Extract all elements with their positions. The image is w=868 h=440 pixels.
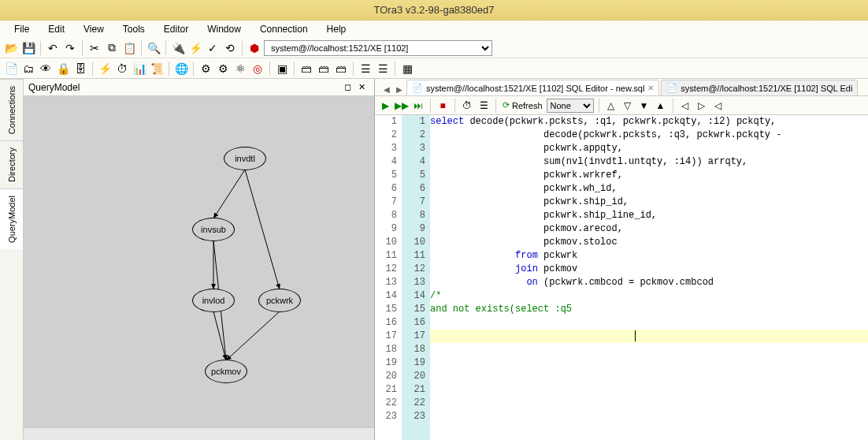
explain-icon[interactable]: ⏱ xyxy=(460,99,474,113)
connect-icon[interactable]: 🔌 xyxy=(170,40,186,56)
editor-panel: ◀ ▶ 📄system@//localhost:1521/XE [1102] S… xyxy=(375,79,868,440)
clock-icon[interactable]: ⏱ xyxy=(114,61,130,76)
nav-left-icon[interactable]: ◁ xyxy=(678,99,692,113)
tab-label: system@//localhost:1521/XE [1102] SQL Ed… xyxy=(426,84,644,93)
menu-file[interactable]: File xyxy=(6,22,37,36)
diagram-canvas[interactable]: invdtlinvsubinvlodpckwrkpckmov xyxy=(24,96,374,440)
list2-icon[interactable]: ☰ xyxy=(375,61,391,76)
line-gutter-inner: 1234567891011121314151617181920212223 xyxy=(402,115,430,440)
editor-tab-bar: ◀ ▶ 📄system@//localhost:1521/XE [1102] S… xyxy=(375,79,868,96)
node-invsub[interactable]: invsub xyxy=(192,218,235,241)
close-panel-icon[interactable]: ✕ xyxy=(358,82,369,93)
nav-end-icon[interactable]: ◁ xyxy=(711,99,725,113)
chart-icon[interactable]: 📊 xyxy=(132,61,147,76)
tab-prev-icon[interactable]: ◀ xyxy=(381,83,392,95)
nav-right-icon[interactable]: ▷ xyxy=(695,99,709,113)
triangle-up-icon[interactable]: △ xyxy=(604,99,618,113)
tab-close-icon[interactable]: ✕ xyxy=(647,84,654,92)
gear2-icon[interactable]: ⚙ xyxy=(215,61,231,76)
panel-header: QueryModel ◻ ✕ xyxy=(24,79,374,96)
tab-next-icon[interactable]: ▶ xyxy=(394,83,405,95)
side-tab-directory[interactable]: Directory xyxy=(0,140,23,188)
refresh-interval-select[interactable]: None xyxy=(547,99,594,113)
disconnect-icon[interactable]: ⚡ xyxy=(187,40,203,56)
editor-tab-1[interactable]: 📄system@//localhost:1521/XE [1102] SQL E… xyxy=(661,80,858,95)
list1-icon[interactable]: ☰ xyxy=(358,61,373,76)
undo-icon[interactable]: ↶ xyxy=(45,40,61,56)
node-pckmov[interactable]: pckmov xyxy=(205,360,247,383)
main-area: ConnectionsDirectoryQueryModel QueryMode… xyxy=(0,79,868,440)
float-icon[interactable]: ◻ xyxy=(344,82,355,93)
search-icon[interactable]: 🔍 xyxy=(146,40,161,56)
file-icon: 📄 xyxy=(666,83,677,93)
db-icon[interactable]: 🗄 xyxy=(72,61,88,76)
atom-icon[interactable]: ⚛ xyxy=(232,61,248,76)
tool1-icon[interactable]: 🗃 xyxy=(299,61,314,76)
gear1-icon[interactable]: ⚙ xyxy=(198,61,213,76)
schema-icon[interactable]: 🗂 xyxy=(20,61,36,76)
cut-icon[interactable]: ✂ xyxy=(87,40,102,56)
menu-view[interactable]: View xyxy=(76,22,112,36)
menu-connection[interactable]: Connection xyxy=(252,22,316,36)
tool2-icon[interactable]: 🗃 xyxy=(316,61,332,76)
query-model-panel: QueryModel ◻ ✕ invdtlinvsubinvlodpckwrkp… xyxy=(24,79,375,440)
tool3-icon[interactable]: 🗃 xyxy=(333,61,349,76)
target-icon[interactable]: ◎ xyxy=(250,61,265,76)
node-pckwrk[interactable]: pckwrk xyxy=(258,289,301,312)
plan-icon[interactable]: ☰ xyxy=(477,99,491,113)
flash-icon[interactable]: ⚡ xyxy=(97,61,113,76)
save-icon[interactable]: 💾 xyxy=(20,40,36,56)
node-invdtl[interactable]: invdtl xyxy=(224,147,266,170)
copy-icon[interactable]: ⧉ xyxy=(104,40,120,56)
left-sidebar: ConnectionsDirectoryQueryModel xyxy=(0,79,24,440)
browser-icon[interactable]: 👁 xyxy=(38,61,54,76)
stop-icon[interactable]: ⬢ xyxy=(247,40,262,56)
titlebar: TOra3 v3.2-98-ga8380ed7 xyxy=(0,0,868,21)
svg-line-1 xyxy=(245,170,280,289)
svg-line-4 xyxy=(213,311,226,360)
side-tab-querymodel[interactable]: QueryModel xyxy=(0,188,23,249)
side-tab-connections[interactable]: Connections xyxy=(0,79,23,140)
run-step-icon[interactable]: ▶▶ xyxy=(395,99,409,113)
panel-title: QueryModel xyxy=(28,82,80,93)
revtri-down-icon[interactable]: ▼ xyxy=(637,99,651,113)
code-text[interactable]: select decode(pckwrk.pcksts, :q1, pckwrk… xyxy=(430,115,868,440)
rollback-icon[interactable]: ⟲ xyxy=(222,40,238,56)
grid-icon[interactable]: ▦ xyxy=(399,61,415,76)
open-icon[interactable]: 📂 xyxy=(3,40,19,56)
output-icon[interactable]: ▣ xyxy=(274,61,290,76)
window-title: TOra3 v3.2-98-ga8380ed7 xyxy=(374,4,495,16)
file-icon: 📄 xyxy=(412,83,423,93)
horizontal-scrollbar[interactable] xyxy=(24,427,374,440)
menu-edit[interactable]: Edit xyxy=(40,22,72,36)
secondary-toolbar: 📄 🗂 👁 🔒 🗄 ⚡ ⏱ 📊 📜 🌐 ⚙ ⚙ ⚛ ◎ ▣ 🗃 🗃 🗃 ☰ ☰ … xyxy=(0,58,868,79)
tab-label: system@//localhost:1521/XE [1102] SQL Ed… xyxy=(681,84,852,93)
main-toolbar: 📂 💾 ↶ ↷ ✂ ⧉ 📋 🔍 🔌 ⚡ ✓ ⟲ ⬢ system@//local… xyxy=(0,38,868,58)
new-sheet-icon[interactable]: 📄 xyxy=(3,61,19,76)
svg-line-5 xyxy=(226,311,280,360)
menu-tools[interactable]: Tools xyxy=(115,22,153,36)
menu-editor[interactable]: Editor xyxy=(156,22,196,36)
run-all-icon[interactable]: ⏭ xyxy=(411,99,425,113)
editor-tab-0[interactable]: 📄system@//localhost:1521/XE [1102] SQL E… xyxy=(406,80,659,95)
svg-line-0 xyxy=(213,170,245,218)
refresh-button[interactable]: ⟳Refresh xyxy=(501,100,544,110)
run-icon[interactable]: ▶ xyxy=(378,99,392,113)
connection-dropdown[interactable]: system@//localhost:1521/XE [1102] xyxy=(264,40,492,56)
editor-toolbar: ▶ ▶▶ ⏭ ■ ⏱ ☰ ⟳Refresh None △ ▽ ▼ ▲ ◁ ▷ ◁ xyxy=(375,96,868,115)
stop-exec-icon[interactable]: ■ xyxy=(436,99,450,113)
globe-icon[interactable]: 🌐 xyxy=(173,61,189,76)
lock-icon[interactable]: 🔒 xyxy=(55,61,71,76)
code-editor[interactable]: 1234567891011121314151617181920212223 12… xyxy=(375,115,868,440)
triangle-down-icon[interactable]: ▽ xyxy=(621,99,635,113)
paste-icon[interactable]: 📋 xyxy=(121,40,137,56)
revtri-up-icon[interactable]: ▲ xyxy=(654,99,668,113)
redo-icon[interactable]: ↷ xyxy=(62,40,78,56)
menubar: FileEditViewToolsEditorWindowConnectionH… xyxy=(0,21,868,38)
line-gutter-outer: 1234567891011121314151617181920212223 xyxy=(375,115,402,440)
commit-icon[interactable]: ✓ xyxy=(205,40,221,56)
menu-help[interactable]: Help xyxy=(319,22,354,36)
menu-window[interactable]: Window xyxy=(199,22,249,36)
script-icon[interactable]: 📜 xyxy=(149,61,165,76)
node-invlod[interactable]: invlod xyxy=(192,289,235,312)
